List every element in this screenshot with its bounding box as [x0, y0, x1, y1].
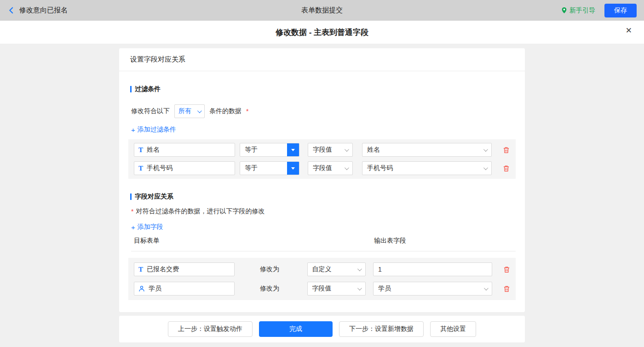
text-field-icon: T: [138, 147, 143, 154]
filter-row: T 等于 字段值 姓名: [134, 143, 510, 157]
required-asterisk: *: [131, 208, 133, 215]
target-form-header: 目标表单: [134, 237, 160, 244]
mapping-section-title: 字段对应关系: [128, 193, 516, 201]
other-settings-button[interactable]: 其他设置: [430, 321, 476, 337]
filter-field-value[interactable]: [147, 146, 230, 154]
mapping-table-header: 目标表单 输出表字段: [131, 237, 516, 251]
plus-icon: +: [131, 126, 135, 133]
target-field-value[interactable]: [149, 285, 230, 292]
output-field-header: 输出表字段: [374, 237, 406, 245]
next-step-button[interactable]: 下一步：设置新增数据: [339, 321, 424, 337]
delete-row-button[interactable]: [503, 165, 510, 172]
mapping-row: 修改为 字段值 学员: [134, 282, 510, 296]
section-marker: [130, 193, 132, 200]
center-title: 表单数据提交: [0, 6, 644, 15]
chevron-down-icon: [484, 286, 489, 290]
section-marker: [130, 86, 132, 92]
close-icon[interactable]: ✕: [626, 27, 632, 34]
value-type-select[interactable]: 字段值: [307, 282, 366, 296]
filter-field-value[interactable]: [147, 165, 230, 172]
chevron-down-icon: [483, 147, 488, 152]
chevron-down-icon: [357, 286, 362, 290]
prev-step-button[interactable]: 上一步：设置触发动作: [168, 321, 253, 337]
target-field-input[interactable]: [134, 282, 235, 296]
back-icon[interactable]: [7, 6, 15, 14]
delete-row-button[interactable]: [503, 285, 510, 292]
compare-value-select[interactable]: 姓名: [362, 143, 492, 157]
output-field-select[interactable]: 学员: [373, 282, 492, 296]
value-type-select[interactable]: 字段值: [308, 161, 353, 175]
value-type-select[interactable]: 自定义: [307, 262, 366, 276]
chevron-down-icon: [345, 147, 349, 152]
target-field-input[interactable]: T: [134, 262, 235, 276]
match-condition-row: 修改符合以下 所有 条件的数据 *: [131, 104, 516, 118]
target-field-value[interactable]: [147, 266, 230, 273]
operator-select[interactable]: 等于: [240, 161, 299, 175]
chevron-down-icon: [345, 165, 349, 170]
mapping-description: * 对符合过滤条件的数据，进行以下字段的修改: [131, 207, 516, 216]
required-asterisk: *: [246, 108, 248, 115]
text-field-icon: T: [138, 266, 143, 273]
filter-rows-panel: T 等于 字段值 姓名: [128, 139, 516, 179]
chevron-down-icon: [291, 149, 295, 151]
modal-header: 修改数据 - 主表到普通字段 ✕: [0, 21, 644, 44]
trash-icon: [503, 266, 510, 273]
chevron-down-icon: [357, 267, 362, 271]
match-suffix-label: 条件的数据: [209, 107, 242, 115]
add-filter-condition-link[interactable]: + 添加过滤条件: [131, 125, 516, 134]
compare-value-select[interactable]: 手机号码: [362, 161, 492, 175]
plus-icon: +: [131, 224, 135, 231]
operator-select[interactable]: 等于: [240, 143, 299, 157]
delete-row-button[interactable]: [503, 266, 510, 273]
beginner-guide-label: 新手引导: [569, 6, 595, 15]
custom-value-input[interactable]: [373, 262, 492, 276]
delete-row-button[interactable]: [503, 147, 510, 154]
match-mode-select[interactable]: 所有: [174, 104, 205, 118]
action-label: 修改为: [260, 265, 307, 273]
save-button[interactable]: 保存: [604, 4, 637, 17]
trash-icon: [503, 147, 510, 154]
location-pin-icon: [561, 7, 567, 14]
filter-field-input[interactable]: T: [134, 161, 235, 175]
action-label: 修改为: [260, 284, 307, 293]
match-prefix-label: 修改符合以下: [131, 107, 170, 115]
operator-caret-button[interactable]: [287, 143, 299, 156]
add-field-link[interactable]: + 添加字段: [131, 223, 516, 231]
card-title: 设置字段对应关系: [119, 48, 525, 71]
topbar: 修改意向已报名 表单数据提交 新手引导 保存: [0, 0, 644, 21]
done-button[interactable]: 完成: [259, 321, 333, 337]
footer-bar: 上一步：设置触发动作 完成 下一步：设置新增数据 其他设置: [119, 316, 525, 342]
trash-icon: [503, 285, 510, 292]
trash-icon: [503, 165, 510, 172]
mapping-row: T 修改为 自定义: [134, 262, 510, 276]
modal-body: 设置字段对应关系 过滤条件 修改符合以下 所有 条件的数据 * + 添加过滤条件: [0, 44, 644, 347]
person-icon: [138, 285, 145, 292]
modal-title: 修改数据 - 主表到普通字段: [276, 27, 368, 38]
mapping-rows-panel: T 修改为 自定义: [128, 258, 516, 300]
filter-section-title: 过滤条件: [128, 85, 516, 93]
page-title: 修改意向已报名: [19, 6, 68, 15]
value-type-select[interactable]: 字段值: [308, 143, 353, 157]
text-field-icon: T: [138, 165, 143, 172]
filter-field-input[interactable]: T: [134, 143, 235, 157]
chevron-down-icon: [291, 167, 295, 170]
beginner-guide-link[interactable]: 新手引导: [561, 6, 595, 15]
settings-card: 设置字段对应关系 过滤条件 修改符合以下 所有 条件的数据 * + 添加过滤条件: [119, 48, 525, 312]
operator-caret-button[interactable]: [287, 162, 299, 175]
filter-row: T 等于 字段值 手机号码: [134, 161, 510, 175]
chevron-down-icon: [197, 108, 202, 113]
chevron-down-icon: [483, 165, 488, 170]
